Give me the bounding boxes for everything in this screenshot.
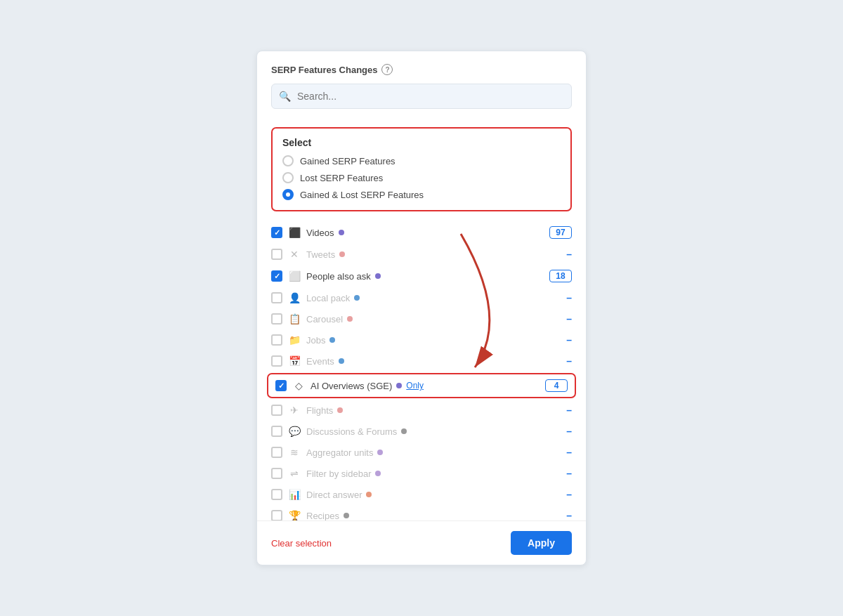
events-dot [339,358,344,364]
feature-item-discussions: 💬 Discussions & Forums – [257,421,586,442]
clear-selection-button[interactable]: Clear selection [271,538,332,549]
feature-item-videos: ⬛ Videos 97 [257,221,586,244]
recipes-icon: 🏆 [288,510,301,520]
direct-answer-icon: 📊 [288,489,301,500]
feature-name-carousel: Carousel [306,314,544,325]
filter-sidebar-dot [375,471,381,476]
events-icon: 📅 [288,355,301,367]
aggregator-icon: ≋ [288,447,301,458]
feature-name-jobs: Jobs [306,335,544,346]
videos-label: Videos [306,228,334,238]
flights-icon: ✈ [288,405,301,416]
radio-gained-lost-circle[interactable] [282,189,294,200]
radio-gained-label: Gained SERP Features [300,156,396,166]
panel-footer: Clear selection Apply [257,520,586,565]
ai-overviews-label: AI Overviews (SGE) [311,381,392,391]
features-list: ⬛ Videos 97 ✕ Tweets – ⬜ People also ask [257,218,586,520]
feature-name-events: Events [306,356,544,367]
radio-gained-lost-label: Gained & Lost SERP Features [300,190,424,200]
radio-lost-circle[interactable] [282,172,294,183]
feature-item-events: 📅 Events – [257,350,586,372]
search-icon: 🔍 [279,91,291,102]
feature-item-local-pack: 👤 Local pack – [257,287,586,308]
checkbox-jobs[interactable] [271,334,282,346]
events-dash: – [549,355,572,367]
feature-item-aggregator: ≋ Aggregator units – [257,442,586,463]
recipes-dot [344,513,349,518]
events-label: Events [306,356,334,367]
feature-item-recipes: 🏆 Recipes – [257,505,586,520]
carousel-dash: – [549,313,572,325]
checkbox-tweets[interactable] [271,249,282,260]
direct-answer-label: Direct answer [306,490,362,500]
discussions-icon: 💬 [288,426,301,437]
jobs-dash: – [549,334,572,346]
videos-icon: ⬛ [288,227,301,238]
jobs-dot [329,337,335,343]
tweets-dash: – [549,249,572,260]
videos-count: 97 [549,226,572,239]
panel-title: SERP Features Changes ? [271,64,572,75]
apply-button[interactable]: Apply [511,531,572,555]
local-pack-label: Local pack [306,293,350,303]
radio-gained[interactable]: Gained SERP Features [282,155,561,166]
tweets-icon: ✕ [288,249,301,260]
checkbox-events[interactable] [271,355,282,367]
panel-header: SERP Features Changes ? 🔍 [257,51,586,117]
checkbox-carousel[interactable] [271,313,282,325]
aggregator-dot [377,450,383,455]
people-also-ask-count: 18 [549,270,572,282]
checkbox-flights[interactable] [271,405,282,416]
direct-answer-dash: – [549,489,572,500]
feature-name-local-pack: Local pack [306,293,544,303]
radio-lost[interactable]: Lost SERP Features [282,172,561,183]
local-pack-dot [354,295,360,301]
people-also-ask-dot [375,273,381,279]
select-label: Select [282,137,561,148]
checkbox-ai-overviews[interactable] [275,380,287,391]
feature-item-tweets: ✕ Tweets – [257,244,586,265]
people-also-ask-icon: ⬜ [288,270,301,282]
radio-gained-lost[interactable]: Gained & Lost SERP Features [282,189,561,200]
ai-overviews-count: 4 [545,379,568,392]
feature-item-filter-sidebar: ⇌ Filter by sidebar – [257,463,586,484]
aggregator-dash: – [549,447,572,458]
search-box: 🔍 [271,84,572,109]
checkbox-local-pack[interactable] [271,292,282,303]
checkbox-people-also-ask[interactable] [271,270,282,282]
jobs-icon: 📁 [288,334,301,346]
aggregator-label: Aggregator units [306,447,373,458]
discussions-dot [401,428,407,434]
checkbox-discussions[interactable] [271,426,282,437]
radio-gained-circle[interactable] [282,155,294,166]
feature-name-recipes: Recipes [306,511,544,521]
jobs-label: Jobs [306,335,325,346]
people-also-ask-label: People also ask [306,271,371,282]
carousel-dot [347,316,353,322]
checkbox-videos[interactable] [271,227,282,238]
help-icon[interactable]: ? [381,64,393,75]
ai-overviews-only-link[interactable]: Only [406,381,424,391]
checkbox-aggregator[interactable] [271,447,282,458]
panel-title-text: SERP Features Changes [271,65,377,75]
carousel-label: Carousel [306,314,343,325]
serp-features-panel: SERP Features Changes ? 🔍 Select Gained … [256,51,587,565]
discussions-label: Discussions & Forums [306,426,397,437]
checkbox-recipes[interactable] [271,510,282,520]
feature-name-discussions: Discussions & Forums [306,426,544,437]
feature-name-tweets: Tweets [306,249,544,260]
videos-dot [339,230,344,235]
search-input[interactable] [271,84,572,109]
feature-item-direct-answer: 📊 Direct answer – [257,484,586,505]
tweets-label: Tweets [306,249,335,260]
flights-label: Flights [306,405,333,416]
local-pack-dash: – [549,292,572,303]
checkbox-filter-sidebar[interactable] [271,468,282,479]
tweets-dot [339,251,345,257]
feature-name-direct-answer: Direct answer [306,490,544,500]
feature-item-carousel: 📋 Carousel – [257,308,586,329]
select-section: Select Gained SERP Features Lost SERP Fe… [271,127,572,211]
recipes-label: Recipes [306,511,339,521]
filter-sidebar-icon: ⇌ [288,468,301,479]
checkbox-direct-answer[interactable] [271,489,282,500]
